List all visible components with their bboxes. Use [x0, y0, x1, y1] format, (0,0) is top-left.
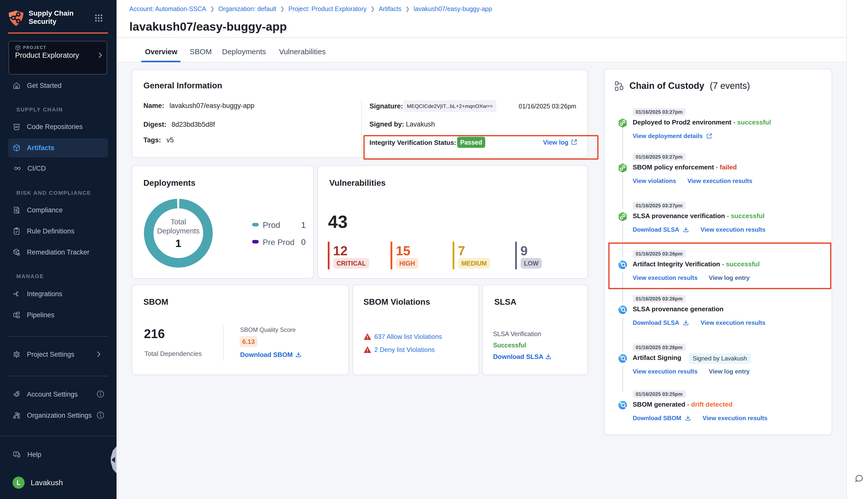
- svg-text:?: ?: [15, 452, 17, 455]
